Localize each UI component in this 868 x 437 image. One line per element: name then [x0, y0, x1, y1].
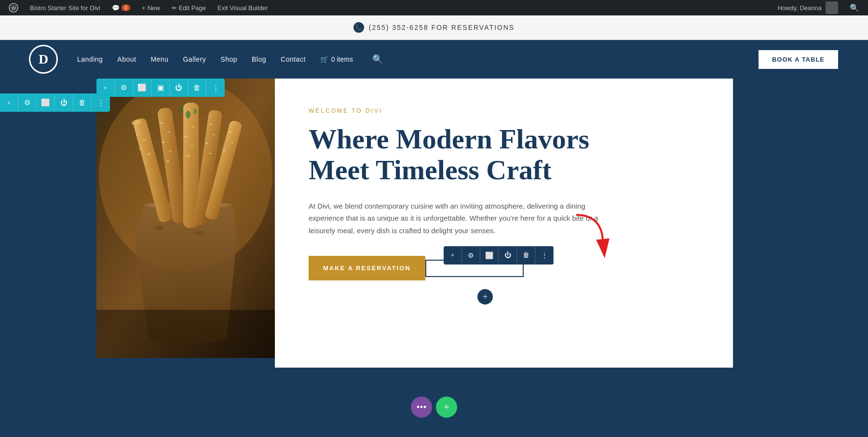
row-toolbar: + ⚙ ⬜ ⏻ 🗑 ⋮ — [0, 93, 110, 112]
module-add-button[interactable]: + — [444, 246, 462, 265]
row-disable-button[interactable]: ⏻ — [55, 93, 73, 112]
col-add-button[interactable]: + — [96, 79, 115, 97]
nav-link-blog[interactable]: Blog — [252, 55, 266, 63]
comment-icon: 💬 — [112, 4, 120, 12]
cart-count: 0 items — [331, 55, 353, 63]
col-grid-button[interactable]: ▣ — [151, 79, 170, 97]
add-module-button[interactable]: + — [477, 289, 493, 305]
logo-letter: D — [39, 52, 48, 67]
svg-rect-35 — [96, 310, 275, 358]
pencil-icon: ✏ — [172, 4, 177, 12]
nav-link-contact[interactable]: Contact — [281, 55, 306, 63]
dots-icon: ••• — [416, 402, 426, 413]
module-duplicate-button[interactable]: ⬜ — [480, 246, 499, 265]
edit-page-button[interactable]: ✏ Edit Page — [169, 0, 209, 15]
column-toolbar: + ⚙ ⬜ ▣ ⏻ 🗑 ⋮ — [96, 79, 225, 97]
hero-section: + ⚙ ⬜ ▣ ⏻ 🗑 ⋮ — [0, 79, 868, 368]
row-delete-button[interactable]: 🗑 — [73, 93, 92, 112]
divi-options-button[interactable]: ••• — [411, 397, 432, 418]
nav-link-about[interactable]: About — [117, 55, 136, 63]
module-delete-button[interactable]: 🗑 — [517, 246, 535, 265]
new-button[interactable]: + New — [139, 0, 163, 15]
site-name-link[interactable]: Bistro Starter Site for Divi — [27, 0, 103, 15]
module-settings-button[interactable]: ⚙ — [462, 246, 480, 265]
add-section-button[interactable]: + — [436, 397, 457, 418]
nav-link-landing[interactable]: Landing — [77, 55, 103, 63]
col-settings-button[interactable]: ⚙ — [115, 79, 133, 97]
comments-count: 0 — [122, 4, 130, 11]
hero-title: Where Modern Flavors Meet Timeless Craft — [309, 124, 699, 185]
col-disable-button[interactable]: ⏻ — [170, 79, 188, 97]
food-image — [96, 79, 275, 358]
phone-bar: 📞 (255) 352-6258 FOR RESERVATIONS — [0, 15, 868, 40]
svg-point-19 — [191, 126, 195, 128]
site-logo[interactable]: D — [29, 45, 58, 74]
welcome-label: WELCOME TO DIVI — [309, 107, 699, 114]
plus-icon: + — [142, 4, 146, 12]
hero-image-column — [96, 79, 275, 368]
user-account-button[interactable]: Howdy, Deanna — [774, 0, 841, 15]
phone-icon: 📞 — [353, 22, 364, 33]
main-content: + ⚙ ⬜ ▣ ⏻ 🗑 ⋮ — [0, 79, 868, 377]
floating-bottom-toolbar: ••• + — [411, 397, 457, 418]
svg-point-34 — [193, 108, 197, 114]
row-add-button[interactable]: + — [0, 93, 18, 112]
nav-link-menu[interactable]: Menu — [150, 55, 168, 63]
svg-point-22 — [187, 155, 190, 157]
admin-bar: W Bistro Starter Site for Divi 💬 0 + New… — [0, 0, 868, 15]
admin-search-button[interactable]: 🔍 — [847, 0, 862, 15]
cart-icon: 🛒 — [320, 55, 328, 63]
admin-bar-right: Howdy, Deanna 🔍 — [774, 0, 862, 15]
book-table-button[interactable]: BOOK A TABLE — [758, 49, 839, 70]
phone-number: (255) 352-6258 FOR RESERVATIONS — [369, 24, 515, 31]
svg-point-32 — [186, 111, 190, 119]
module-toolbar: + ⚙ ⬜ ⏻ 🗑 ⋮ — [444, 246, 554, 265]
admin-bar-left: W Bistro Starter Site for Divi 💬 0 + New… — [6, 0, 767, 15]
cta-area: MAKE A RESERVATION + ⚙ ⬜ ⏻ 🗑 ⋮ — [309, 256, 699, 280]
svg-text:W: W — [12, 6, 16, 11]
module-disable-button[interactable]: ⏻ — [499, 246, 517, 265]
row-settings-button[interactable]: ⚙ — [18, 93, 37, 112]
col-more-button[interactable]: ⋮ — [206, 79, 225, 97]
svg-point-33 — [179, 106, 183, 113]
reservation-button[interactable]: MAKE A RESERVATION — [309, 256, 425, 280]
plus-icon-green: + — [444, 401, 449, 413]
cart-button[interactable]: 🛒 0 items — [320, 55, 353, 63]
nav-link-gallery[interactable]: Gallery — [183, 55, 206, 63]
exit-builder-button[interactable]: Exit Visual Builder — [215, 0, 271, 15]
right-blue-area — [733, 79, 868, 368]
red-arrow — [562, 210, 620, 260]
row-duplicate-button[interactable]: ⬜ — [37, 93, 55, 112]
navigation: D Landing About Menu Gallery Shop Blog C… — [0, 40, 868, 79]
col-delete-button[interactable]: 🗑 — [188, 79, 206, 97]
svg-point-21 — [190, 146, 194, 147]
col-duplicate-button[interactable]: ⬜ — [133, 79, 151, 97]
wp-logo-button[interactable]: W — [6, 0, 21, 15]
comments-button[interactable]: 💬 0 — [109, 0, 133, 15]
module-more-button[interactable]: ⋮ — [535, 246, 554, 265]
page-wrapper: 📞 (255) 352-6258 FOR RESERVATIONS D Land… — [0, 15, 868, 437]
hero-text-column: WELCOME TO DIVI Where Modern Flavors Mee… — [275, 79, 733, 368]
nav-search-button[interactable]: 🔍 — [372, 54, 383, 65]
nav-links: Landing About Menu Gallery Shop Blog Con… — [77, 54, 743, 65]
user-avatar — [826, 1, 838, 14]
nav-link-shop[interactable]: Shop — [220, 55, 237, 63]
row-toolbar-buttons: + ⚙ ⬜ ⏻ 🗑 ⋮ — [0, 93, 110, 112]
svg-point-20 — [185, 136, 188, 137]
